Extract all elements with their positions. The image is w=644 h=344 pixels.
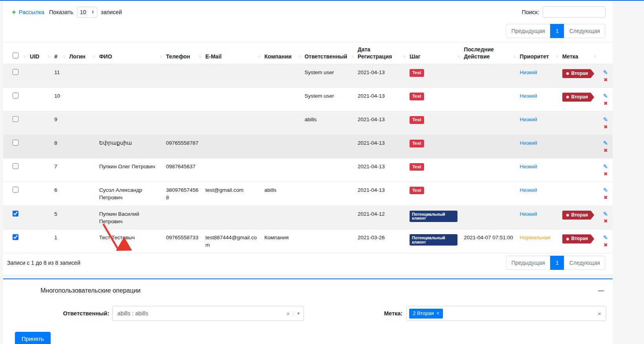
row-priority: Низкий xyxy=(516,64,559,88)
mailing-link[interactable]: + Рассылка xyxy=(12,9,44,16)
row-select-checkbox[interactable] xyxy=(13,69,18,75)
row-login xyxy=(66,182,96,206)
row-reg-date: 2021-04-13 xyxy=(355,158,406,182)
delete-icon[interactable]: ✖ xyxy=(600,147,608,154)
edit-icon[interactable]: ✎ xyxy=(600,140,608,147)
step-badge: Test xyxy=(410,140,424,147)
row-select-checkbox[interactable] xyxy=(13,234,18,240)
row-select-checkbox[interactable] xyxy=(13,93,18,98)
chevron-down-icon[interactable]: ▾ xyxy=(293,311,300,316)
pagination-next-button[interactable]: Следующая xyxy=(564,24,606,38)
row-last-action xyxy=(461,111,516,135)
operations-form: Ответственный: abills : abills × ▾ Метка… xyxy=(3,306,613,321)
priority-text: Низкий xyxy=(520,211,537,217)
row-label xyxy=(559,182,597,206)
row-last-action xyxy=(461,182,516,206)
row-select-checkbox[interactable] xyxy=(13,140,18,146)
delete-icon[interactable]: ✖ xyxy=(600,218,608,225)
edit-icon[interactable]: ✎ xyxy=(600,211,608,218)
sort-icon: ↑↓ xyxy=(199,54,201,59)
column-header-last_action[interactable]: Последние Действие↑↓ xyxy=(461,42,516,64)
row-step: Test xyxy=(406,135,461,158)
row-priority: Нормальная xyxy=(516,229,559,253)
pagination-previous-button[interactable]: Предыдущая xyxy=(506,24,551,38)
delete-icon[interactable]: ✖ xyxy=(600,124,608,131)
row-responsible: abills xyxy=(301,111,354,135)
edit-icon[interactable]: ✎ xyxy=(600,163,608,171)
delete-icon[interactable]: ✖ xyxy=(600,76,608,84)
column-header-step[interactable]: Шаг↑↓ xyxy=(406,42,461,64)
row-fio: Пупкин Олег Петрович xyxy=(96,158,163,182)
row-phone: 09765558787 xyxy=(163,135,202,158)
select-all-checkbox[interactable] xyxy=(13,53,18,58)
column-header-priority[interactable]: Приоритет↑↓ xyxy=(516,42,559,64)
edit-icon[interactable]: ✎ xyxy=(600,234,608,242)
pagination-next-button[interactable]: Следующая xyxy=(564,256,606,270)
column-header-login[interactable]: Логин↑↓ xyxy=(66,42,96,64)
row-company xyxy=(261,206,301,229)
row-company: Компания xyxy=(261,229,301,253)
row-responsible xyxy=(301,158,354,182)
column-header-checkbox[interactable]: ↑↓ xyxy=(3,42,27,64)
column-header-phone[interactable]: Телефон↑↓ xyxy=(163,42,202,64)
priority-text: Низкий xyxy=(520,164,537,169)
accept-button[interactable]: Принять xyxy=(15,332,51,344)
row-uid xyxy=(27,206,51,229)
row-number: 1 xyxy=(51,229,66,253)
column-header-email[interactable]: E-Mail↑↓ xyxy=(202,42,261,64)
remove-tag-icon[interactable]: × xyxy=(437,311,439,316)
pagination-page-1-button[interactable]: 1 xyxy=(550,256,564,270)
row-last-action xyxy=(461,158,516,182)
responsible-select[interactable]: abills : abills × ▾ xyxy=(112,306,304,321)
row-phone: 380976574568 xyxy=(163,182,202,206)
clear-all-tags-icon[interactable]: × xyxy=(598,310,601,317)
multi-operations-panel: Многопользовательские операции — Ответст… xyxy=(3,278,613,344)
edit-icon[interactable]: ✎ xyxy=(600,116,608,124)
row-responsible xyxy=(301,135,354,158)
row-fio: Сусол Александр Петрович xyxy=(96,182,163,206)
label-tag-text: Вторая xyxy=(571,213,588,218)
column-header-responsible[interactable]: Ответственный↑↓ xyxy=(301,42,354,64)
table-row: 6Сусол Александр Петрович380976574568tes… xyxy=(3,182,613,206)
search-input[interactable] xyxy=(543,6,606,18)
column-header-fio[interactable]: ФИО↑↓ xyxy=(96,42,163,64)
label-multiselect[interactable]: 2 Вторая × × xyxy=(406,306,606,321)
row-priority: Низкий xyxy=(516,206,559,229)
delete-icon[interactable]: ✖ xyxy=(600,242,608,249)
row-step: Test xyxy=(406,111,461,135)
clear-selection-icon[interactable]: × xyxy=(286,310,290,317)
column-label: Приоритет xyxy=(520,53,549,60)
search-label: Поиск: xyxy=(522,9,539,15)
delete-icon[interactable]: ✖ xyxy=(600,100,608,107)
row-uid xyxy=(27,111,51,135)
row-responsible: System user xyxy=(301,64,354,88)
edit-icon[interactable]: ✎ xyxy=(600,93,608,100)
pagination-previous-button[interactable]: Предыдущая xyxy=(506,256,551,270)
row-email: test@gmail.com xyxy=(202,182,261,206)
page-size-select[interactable]: 10 ▲▼ xyxy=(77,7,97,18)
row-select-checkbox[interactable] xyxy=(13,116,18,122)
table-row: 5Пупкин Василий Петрович2021-04-12Потенц… xyxy=(3,206,613,229)
delete-icon[interactable]: ✖ xyxy=(600,194,608,201)
row-login xyxy=(66,135,96,158)
row-select-checkbox[interactable] xyxy=(13,187,18,193)
edit-icon[interactable]: ✎ xyxy=(600,69,608,76)
step-badge: Test xyxy=(410,93,424,100)
column-header-reg_date[interactable]: Дата Регистрация↑↓ xyxy=(355,42,406,64)
collapse-icon[interactable]: — xyxy=(598,287,604,294)
row-select-checkbox[interactable] xyxy=(13,163,18,169)
edit-icon[interactable]: ✎ xyxy=(600,187,608,194)
column-header-company[interactable]: Компании↑↓ xyxy=(261,42,301,64)
table-row: 11System user2021-04-13TestНизкийВторая✎… xyxy=(3,64,613,88)
row-uid xyxy=(27,229,51,253)
label-tag: Вторая xyxy=(562,234,595,243)
column-header-label[interactable]: Метка↑↓ xyxy=(559,42,597,64)
column-header-num[interactable]: #↑↓ xyxy=(51,42,66,64)
row-number: 8 xyxy=(51,135,66,158)
row-step: Потенциальный клиент xyxy=(406,206,461,229)
column-header-uid[interactable]: UID↑↓ xyxy=(27,42,51,64)
pagination-page-1-button[interactable]: 1 xyxy=(550,24,564,38)
delete-icon[interactable]: ✖ xyxy=(600,171,608,178)
row-company xyxy=(261,88,301,111)
row-select-checkbox[interactable] xyxy=(13,211,18,217)
